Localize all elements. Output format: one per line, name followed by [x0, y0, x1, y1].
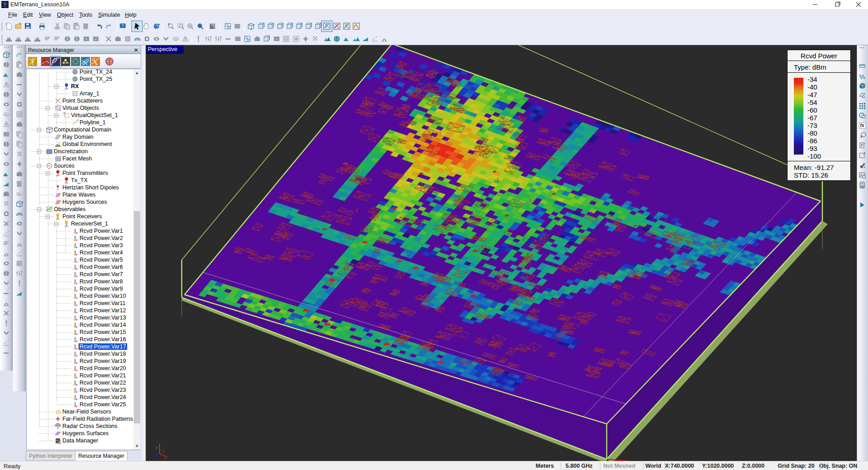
svg-text:y: y: [162, 448, 165, 453]
svg-text:Z: Z: [345, 24, 347, 26]
svg-text:R: R: [228, 26, 230, 29]
svg-text:?: ?: [122, 24, 124, 28]
svg-text:X: X: [347, 26, 349, 29]
svg-text:1: 1: [8, 36, 9, 39]
svg-text:T: T: [226, 24, 227, 26]
svg-text:1: 1: [27, 36, 28, 39]
svg-text:Y: Y: [335, 24, 337, 26]
svg-text:2: 2: [36, 36, 38, 39]
svg-text:x: x: [164, 456, 166, 460]
svg-text:fx: fx: [860, 123, 864, 128]
svg-text:T: T: [245, 36, 246, 39]
svg-text:z: z: [156, 446, 158, 450]
svg-text:2: 2: [17, 36, 19, 39]
svg-text:Z: Z: [337, 26, 339, 29]
svg-text:X: X: [325, 24, 327, 26]
svg-text:x: x: [860, 134, 863, 139]
svg-text:R: R: [248, 39, 250, 42]
svg-text:1: 1: [85, 38, 87, 41]
svg-text:2: 2: [95, 38, 97, 41]
svg-text:1: 1: [276, 38, 278, 41]
svg-text:Y: Y: [327, 26, 329, 29]
